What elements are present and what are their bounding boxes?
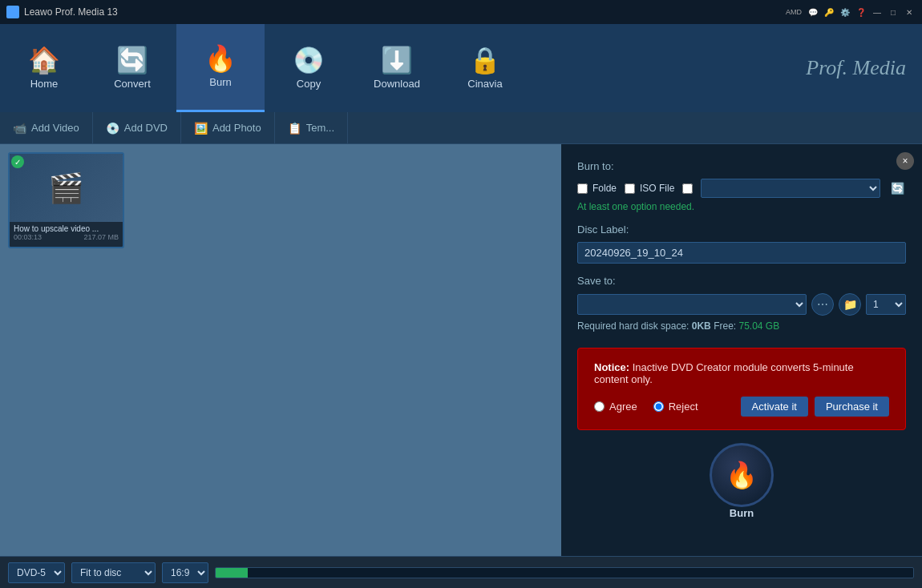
folder-checkbox-group: Folde bbox=[577, 183, 617, 194]
disk-free-value: 75.04 GB bbox=[738, 320, 779, 332]
disc-drive-select[interactable] bbox=[701, 179, 880, 198]
close-btn[interactable]: ✕ bbox=[903, 6, 916, 18]
add-video-label: Add Video bbox=[31, 122, 79, 134]
toolbar-convert-label: Convert bbox=[114, 78, 151, 90]
toolbar-burn-label: Burn bbox=[209, 76, 231, 88]
progress-bar-container bbox=[215, 567, 914, 578]
minimize-btn[interactable]: — bbox=[871, 6, 884, 18]
main-toolbar: 🏠 Home 🔄 Convert 🔥 Burn 💿 Copy ⬇️ Downlo… bbox=[0, 24, 922, 112]
add-video-btn[interactable]: 📹 Add Video bbox=[0, 112, 93, 143]
title-bar: Leawo Prof. Media 13 AMD 💬 🔑 ⚙️ ❓ — □ ✕ bbox=[0, 0, 922, 24]
disc-checkbox-group bbox=[682, 183, 693, 194]
folder-checkbox[interactable] bbox=[577, 183, 588, 194]
notice-text: Notice: Inactive DVD Creator module conv… bbox=[594, 361, 889, 385]
toolbar-copy-label: Copy bbox=[297, 78, 321, 90]
reject-radio-group: Reject bbox=[653, 401, 698, 413]
toolbar-download-label: Download bbox=[374, 78, 420, 90]
photo-icon: 🖼️ bbox=[194, 122, 208, 135]
notice-body: Inactive DVD Creator module converts 5-m… bbox=[594, 361, 854, 385]
video-thumbnail[interactable]: ✓ 🎬 How to upscale video ... 00:03:13 21… bbox=[8, 152, 124, 248]
toolbar-burn[interactable]: 🔥 Burn bbox=[176, 24, 265, 112]
burn-label: Burn bbox=[730, 507, 754, 519]
notice-box: Notice: Inactive DVD Creator module conv… bbox=[577, 348, 906, 430]
activate-btn[interactable]: Activate it bbox=[741, 397, 808, 417]
copies-select[interactable]: 1 2 3 bbox=[866, 294, 906, 315]
download-icon: ⬇️ bbox=[381, 47, 413, 73]
folder-label: Folde bbox=[592, 183, 617, 194]
window-controls: AMD 💬 🔑 ⚙️ ❓ — □ ✕ bbox=[787, 6, 916, 18]
disc-checkbox[interactable] bbox=[682, 183, 693, 194]
more-options-btn[interactable]: ⋯ bbox=[811, 293, 834, 316]
content-panel: ✓ 🎬 How to upscale video ... 00:03:13 21… bbox=[0, 144, 561, 556]
progress-bar-fill bbox=[216, 568, 248, 578]
right-panel: × Burn to: Folde ISO File 🔄 bbox=[561, 144, 922, 556]
save-path-select[interactable]: C:\Users\fab\Documents\Leawo\Prof. Media… bbox=[577, 294, 807, 315]
toolbar-logo: Prof. Media bbox=[806, 24, 922, 112]
app-logo-icon bbox=[6, 6, 19, 18]
toolbar-cinavia[interactable]: 🔒 Cinavia bbox=[441, 24, 529, 112]
notice-actions: Agree Reject Activate it Purchase it bbox=[594, 397, 889, 417]
disk-free-label: Free: bbox=[714, 320, 736, 332]
template-btn[interactable]: 📋 Tem... bbox=[275, 112, 348, 143]
burn-section: 🔥 Burn bbox=[577, 443, 906, 519]
toolbar-convert[interactable]: 🔄 Convert bbox=[88, 24, 176, 112]
dvd-icon: 💿 bbox=[106, 122, 119, 135]
template-icon: 📋 bbox=[288, 122, 301, 135]
folder-open-btn[interactable]: 📁 bbox=[839, 293, 861, 316]
add-photo-btn[interactable]: 🖼️ Add Photo bbox=[181, 112, 275, 143]
toolbar-download[interactable]: ⬇️ Download bbox=[353, 24, 441, 112]
settings-icon[interactable]: ⚙️ bbox=[839, 6, 851, 18]
home-icon: 🏠 bbox=[28, 47, 60, 73]
disc-label-input[interactable] bbox=[577, 242, 906, 264]
warning-text: At least one option needed. bbox=[577, 201, 906, 212]
save-to-row: C:\Users\fab\Documents\Leawo\Prof. Media… bbox=[577, 293, 906, 316]
cinavia-icon: 🔒 bbox=[469, 47, 501, 73]
copy-icon: 💿 bbox=[293, 47, 325, 73]
reject-label: Reject bbox=[669, 401, 698, 413]
add-dvd-btn[interactable]: 💿 Add DVD bbox=[93, 112, 181, 143]
video-size: 217.07 MB bbox=[83, 233, 119, 241]
purchase-btn[interactable]: Purchase it bbox=[815, 397, 889, 417]
maximize-btn[interactable]: □ bbox=[887, 6, 900, 18]
dialog-close-btn[interactable]: × bbox=[896, 152, 914, 170]
video-thumb-icon: 🎬 bbox=[48, 171, 84, 205]
iso-checkbox[interactable] bbox=[625, 183, 635, 194]
sub-toolbar: 📹 Add Video 💿 Add DVD 🖼️ Add Photo 📋 Tem… bbox=[0, 112, 922, 144]
burn-button[interactable]: 🔥 bbox=[710, 443, 774, 507]
thumbnail-image: 🎬 bbox=[10, 154, 123, 222]
burn-dialog: × Burn to: Folde ISO File 🔄 bbox=[561, 144, 922, 556]
burn-flame-icon: 🔥 bbox=[726, 460, 758, 490]
iso-checkbox-group: ISO File bbox=[625, 183, 674, 194]
reject-radio[interactable] bbox=[653, 401, 664, 412]
help-icon[interactable]: ❓ bbox=[855, 6, 867, 18]
bottom-bar: DVD-5 DVD-9 Fit to disc Fit to window 16… bbox=[0, 556, 922, 588]
add-dvd-label: Add DVD bbox=[124, 122, 168, 134]
main-area: ✓ 🎬 How to upscale video ... 00:03:13 21… bbox=[0, 144, 922, 556]
toolbar-home[interactable]: 🏠 Home bbox=[0, 24, 88, 112]
app-title: Leawo Prof. Media 13 bbox=[24, 6, 787, 18]
agree-radio-group: Agree bbox=[594, 401, 637, 413]
toolbar-copy[interactable]: 💿 Copy bbox=[265, 24, 353, 112]
convert-icon: 🔄 bbox=[116, 47, 148, 73]
video-icon: 📹 bbox=[13, 122, 26, 135]
check-badge: ✓ bbox=[11, 155, 24, 168]
disk-required: 0KB bbox=[692, 320, 711, 332]
save-to-label: Save to: bbox=[577, 275, 906, 287]
format-select[interactable]: DVD-5 DVD-9 bbox=[8, 562, 65, 583]
chat-icon[interactable]: 💬 bbox=[807, 6, 819, 18]
key-icon[interactable]: 🔑 bbox=[823, 6, 835, 18]
agree-label: Agree bbox=[609, 401, 637, 413]
video-meta: 00:03:13 217.07 MB bbox=[14, 233, 119, 241]
toolbar-home-label: Home bbox=[30, 78, 59, 90]
ratio-select[interactable]: 16:9 4:3 bbox=[162, 562, 208, 583]
burn-icon: 🔥 bbox=[204, 46, 237, 71]
notice-buttons: Activate it Purchase it bbox=[741, 397, 889, 417]
agree-radio[interactable] bbox=[594, 401, 605, 412]
notice-label: Notice: bbox=[594, 361, 629, 373]
refresh-btn[interactable]: 🔄 bbox=[888, 179, 906, 197]
toolbar-cinavia-label: Cinavia bbox=[467, 78, 502, 90]
burn-to-label: Burn to: bbox=[577, 160, 906, 172]
system-icon-amd: AMD bbox=[787, 6, 800, 18]
disk-space-label: Required hard disk space: bbox=[577, 320, 689, 332]
fit-select[interactable]: Fit to disc Fit to window bbox=[71, 562, 156, 583]
